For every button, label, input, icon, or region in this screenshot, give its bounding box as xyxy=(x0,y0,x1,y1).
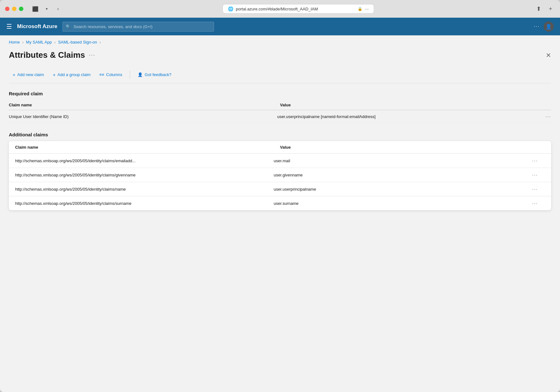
additional-claims-title: Additional claims xyxy=(9,132,551,137)
avatar[interactable]: 👤 xyxy=(544,21,554,32)
add-claim-name-0: http://schemas.xmlsoap.org/ws/2005/05/id… xyxy=(15,158,274,163)
azure-logo: Microsoft Azure xyxy=(17,23,57,30)
add-new-claim-button[interactable]: + Add new claim xyxy=(9,70,48,79)
azure-main: Home › My SAML App › SAML-based Sign-on … xyxy=(0,35,560,392)
sidebar-toggle-button[interactable]: ⬛ xyxy=(31,4,40,13)
header-more-button[interactable]: ··· xyxy=(534,24,540,29)
azure-portal: ☰ Microsoft Azure 🔍 ··· 👤 Home › My SAML… xyxy=(0,18,560,392)
required-claim-section: Required claim Claim name Value Unique U… xyxy=(9,91,551,123)
add-new-claim-label: Add new claim xyxy=(17,72,44,77)
panel-title-row: Attributes & Claims ··· xyxy=(9,50,95,60)
feedback-icon: 👤 xyxy=(138,72,143,77)
page-title: Attributes & Claims xyxy=(9,50,85,60)
add-claim-value-0: user.mail xyxy=(274,158,532,163)
required-claim-name: Unique User Identifier (Name ID) xyxy=(9,114,277,119)
breadcrumb-sep-2: › xyxy=(54,40,56,44)
share-button[interactable]: ⬆ xyxy=(534,4,543,13)
toolbar-divider xyxy=(130,71,130,79)
table-row[interactable]: http://schemas.xmlsoap.org/ws/2005/05/id… xyxy=(9,182,551,196)
breadcrumb-sep-1: › xyxy=(22,40,24,44)
search-input[interactable] xyxy=(63,22,214,32)
add-claim-value-1: user.givenname xyxy=(274,173,532,177)
breadcrumb-saml-app[interactable]: My SAML App xyxy=(26,40,52,45)
columns-button[interactable]: ≡≡ Columns xyxy=(96,70,126,79)
globe-icon: 🌐 xyxy=(228,6,233,11)
required-claim-row[interactable]: Unique User Identifier (Name ID) user.us… xyxy=(9,110,551,123)
required-claim-title: Required claim xyxy=(9,91,551,96)
fullscreen-light[interactable] xyxy=(19,7,23,11)
panel-more-button[interactable]: ··· xyxy=(89,52,95,58)
titlebar-right: ⬆ + xyxy=(534,4,555,13)
table-row[interactable]: http://schemas.xmlsoap.org/ws/2005/05/id… xyxy=(9,168,551,182)
feedback-button[interactable]: 👤 Got feedback? xyxy=(134,70,175,79)
breadcrumb-saml-sign-on[interactable]: SAML-based Sign-on xyxy=(58,40,97,45)
lock-icon: 🔒 xyxy=(358,7,362,11)
plus-icon-1: + xyxy=(13,72,15,77)
add-claim-col-value: Value xyxy=(280,145,545,150)
additional-claims-header: Claim name Value xyxy=(9,141,551,154)
add-claim-name-1: http://schemas.xmlsoap.org/ws/2005/05/id… xyxy=(15,173,274,177)
search-wrapper: 🔍 xyxy=(63,22,214,32)
browser-window: ⬛ ▾ ‹ 🌐 portal.azure.com/#blade/Microsof… xyxy=(0,0,560,392)
add-group-claim-button[interactable]: + Add a group claim xyxy=(49,70,94,79)
address-text: portal.azure.com/#blade/Microsoft_AAD_IA… xyxy=(236,7,318,11)
add-claim-more-2[interactable]: ··· xyxy=(532,187,545,192)
address-more-icon[interactable]: ··· xyxy=(365,6,369,11)
address-bar-container: 🌐 portal.azure.com/#blade/Microsoft_AAD_… xyxy=(66,4,530,14)
required-claim-header: Claim name Value xyxy=(9,100,551,110)
add-claim-col-name: Claim name xyxy=(15,145,280,150)
add-claim-value-2: user.userprincipalname xyxy=(274,187,532,192)
add-claim-more-0[interactable]: ··· xyxy=(532,158,545,163)
traffic-lights xyxy=(5,7,23,11)
columns-icon: ≡≡ xyxy=(99,72,104,77)
add-claim-more-3[interactable]: ··· xyxy=(532,201,545,206)
breadcrumb-home[interactable]: Home xyxy=(9,40,20,45)
close-button[interactable]: ✕ xyxy=(546,51,551,59)
close-light[interactable] xyxy=(5,7,9,11)
add-claim-name-2: http://schemas.xmlsoap.org/ws/2005/05/id… xyxy=(15,187,274,192)
columns-label: Columns xyxy=(106,72,122,77)
add-group-claim-label: Add a group claim xyxy=(57,72,91,77)
toolbar: + Add new claim + Add a group claim ≡≡ C… xyxy=(9,66,551,83)
back-button[interactable]: ‹ xyxy=(54,4,63,13)
header-right: ··· 👤 xyxy=(534,21,554,32)
address-bar[interactable]: 🌐 portal.azure.com/#blade/Microsoft_AAD_… xyxy=(223,4,374,14)
breadcrumb: Home › My SAML App › SAML-based Sign-on … xyxy=(0,35,560,48)
required-claim-col-value: Value xyxy=(280,103,551,107)
titlebar: ⬛ ▾ ‹ 🌐 portal.azure.com/#blade/Microsof… xyxy=(0,0,560,18)
table-row[interactable]: http://schemas.xmlsoap.org/ws/2005/05/id… xyxy=(9,196,551,210)
additional-claims-card: Claim name Value http://schemas.xmlsoap.… xyxy=(9,141,551,210)
azure-header: ☰ Microsoft Azure 🔍 ··· 👤 xyxy=(0,18,560,35)
breadcrumb-sep-3: › xyxy=(100,40,101,44)
additional-claims-section: Additional claims Claim name Value http:… xyxy=(9,132,551,210)
search-icon: 🔍 xyxy=(66,24,71,29)
add-claim-more-1[interactable]: ··· xyxy=(532,172,545,177)
required-claim-value: user.userprincipalname [nameid-format:em… xyxy=(277,114,545,119)
minimize-light[interactable] xyxy=(12,7,16,11)
panel-content: Attributes & Claims ··· ✕ + Add new clai… xyxy=(0,48,560,392)
panel-header: Attributes & Claims ··· ✕ xyxy=(9,48,551,66)
required-claim-more-button[interactable]: ··· xyxy=(545,114,551,119)
required-claim-col-name: Claim name xyxy=(9,103,280,107)
titlebar-controls: ⬛ ▾ ‹ xyxy=(31,4,63,13)
new-tab-button[interactable]: + xyxy=(546,4,555,13)
add-claim-value-3: user.surname xyxy=(274,201,532,206)
add-claim-name-3: http://schemas.xmlsoap.org/ws/2005/05/id… xyxy=(15,201,274,206)
feedback-label: Got feedback? xyxy=(145,72,171,77)
plus-icon-2: + xyxy=(53,72,56,77)
hamburger-menu-icon[interactable]: ☰ xyxy=(6,23,12,30)
table-row[interactable]: http://schemas.xmlsoap.org/ws/2005/05/id… xyxy=(9,154,551,168)
chevron-down-button[interactable]: ▾ xyxy=(42,4,51,13)
